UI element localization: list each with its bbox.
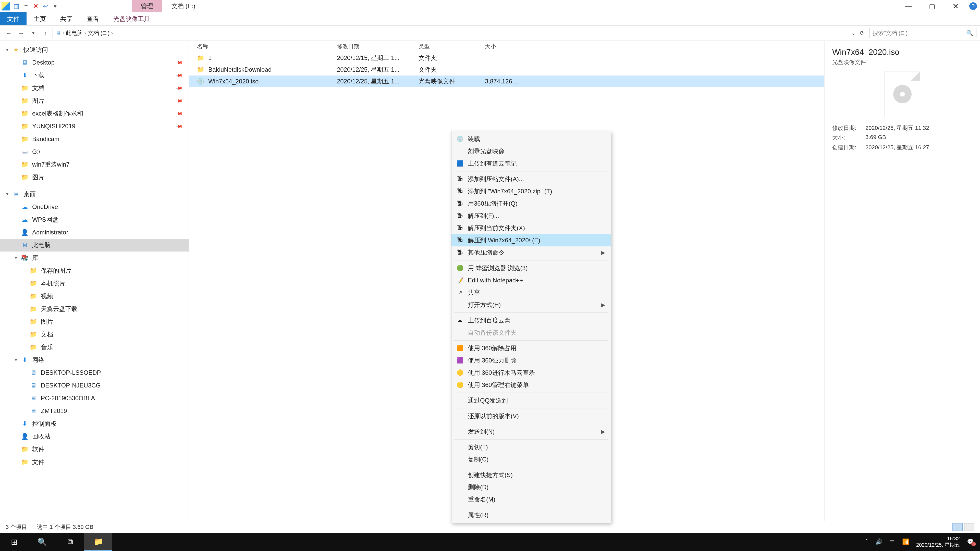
recent-locations-button[interactable]: ▾: [28, 28, 38, 38]
menu-item[interactable]: 删除(D): [452, 481, 611, 493]
network-icon[interactable]: 📶: [902, 538, 909, 545]
taskbar-clock[interactable]: 16:32 2020/12/25, 星期五: [916, 535, 960, 548]
tree-item[interactable]: 🖥DESKTOP-NJEU3CG: [0, 379, 189, 392]
tree-item[interactable]: 📁win7重装win7: [0, 158, 189, 171]
address-dropdown-icon[interactable]: ⌄: [851, 30, 856, 37]
tree-item[interactable]: ▾★快速访问: [0, 43, 189, 56]
tree-item[interactable]: 📁软件: [0, 443, 189, 456]
tree-item[interactable]: 📁音乐: [0, 341, 189, 354]
tree-item[interactable]: ⬇控制面板: [0, 417, 189, 430]
tree-item[interactable]: ▾⬇网络: [0, 354, 189, 366]
qat-equals-icon[interactable]: =: [22, 3, 30, 10]
menu-item[interactable]: 重命名(M): [452, 493, 611, 506]
menu-item[interactable]: 🟡使用 360进行木马云查杀: [452, 367, 611, 379]
qat-open-icon[interactable]: ▥: [13, 3, 20, 10]
menu-item[interactable]: 属性(R): [452, 509, 611, 521]
menu-item[interactable]: ☁上传到百度云盘: [452, 314, 611, 327]
qat-dropdown-icon[interactable]: ▾: [52, 3, 59, 10]
menu-item[interactable]: 通过QQ发送到: [452, 394, 611, 407]
ribbon-tab-file[interactable]: 文件: [0, 12, 27, 25]
navigation-pane[interactable]: ▾★快速访问🖥Desktop📌⬇下载📌📁文档📌📁图片📌📁excel表格制作求和📌…: [0, 41, 189, 521]
back-button[interactable]: ←: [3, 28, 14, 38]
menu-item[interactable]: 🗜解压到当前文件夹(X): [452, 222, 611, 234]
col-size[interactable]: 大小: [485, 43, 541, 50]
file-row[interactable]: 📁12020/12/15, 星期二 1...文件夹: [189, 52, 824, 64]
taskbar-explorer-button[interactable]: 📁: [84, 533, 112, 551]
menu-item[interactable]: 🗜添加到 "Win7x64_2020.zip" (T): [452, 185, 611, 197]
maximize-button[interactable]: ▢: [920, 0, 944, 12]
menu-item[interactable]: 🗜其他压缩命令▶: [452, 246, 611, 259]
col-name[interactable]: 名称: [189, 43, 337, 50]
menu-item[interactable]: 刻录光盘映像: [452, 145, 611, 157]
minimize-button[interactable]: —: [897, 0, 920, 12]
breadcrumb[interactable]: 文档 (E:): [88, 29, 110, 37]
tree-item[interactable]: 📁文档📌: [0, 82, 189, 94]
menu-item[interactable]: 打开方式(H)▶: [452, 299, 611, 311]
tree-item[interactable]: 📁保存的图片: [0, 264, 189, 277]
tree-item[interactable]: 📁天翼云盘下载: [0, 303, 189, 315]
menu-item[interactable]: 🗜解压到(F)...: [452, 210, 611, 222]
column-headers[interactable]: 名称 修改日期 类型 大小: [189, 41, 824, 52]
tree-item[interactable]: 🖥PC-20190530OBLA: [0, 392, 189, 405]
tree-item[interactable]: 🖥此电脑: [0, 239, 189, 251]
tree-item[interactable]: ⬇下载📌: [0, 69, 189, 82]
tree-item[interactable]: 👤Administrator: [0, 226, 189, 239]
menu-item[interactable]: 🗜解压到 Win7x64_2020\ (E): [452, 234, 611, 246]
forward-button[interactable]: →: [16, 28, 26, 38]
tree-item[interactable]: ▾📚库: [0, 251, 189, 264]
ribbon-tab-home[interactable]: 主页: [27, 12, 53, 25]
tree-item[interactable]: 🖥DESKTOP-LSSOEDP: [0, 366, 189, 379]
tree-item[interactable]: 🖥ZMT2019: [0, 405, 189, 417]
expand-icon[interactable]: ▾: [5, 191, 10, 197]
qat-undo-icon[interactable]: ↩: [42, 3, 49, 10]
tree-item[interactable]: 🖴G:\: [0, 145, 189, 158]
menu-item[interactable]: 🟦上传到有道云笔记: [452, 157, 611, 170]
menu-item[interactable]: ↗共享: [452, 286, 611, 299]
tree-item[interactable]: 📁图片📌: [0, 94, 189, 107]
menu-item[interactable]: 🗜添加到压缩文件(A)...: [452, 173, 611, 185]
ribbon-tab-share[interactable]: 共享: [53, 12, 80, 25]
taskbar-search-button[interactable]: 🔍: [28, 533, 56, 551]
qat-delete-icon[interactable]: ✕: [32, 3, 39, 10]
menu-item[interactable]: 🗜用360压缩打开(Q): [452, 197, 611, 210]
up-button[interactable]: ↑: [40, 28, 51, 38]
tree-item[interactable]: 📁图片: [0, 315, 189, 328]
tray-overflow-icon[interactable]: ˄: [865, 538, 868, 545]
menu-item[interactable]: 发送到(N)▶: [452, 426, 611, 438]
expand-icon[interactable]: ▾: [13, 357, 18, 363]
tree-item[interactable]: 📁excel表格制作求和📌: [0, 107, 189, 120]
refresh-button[interactable]: ⟳: [860, 30, 864, 37]
task-view-button[interactable]: ⧉: [56, 533, 84, 551]
menu-item[interactable]: 🟡使用 360管理右键菜单: [452, 379, 611, 391]
help-button[interactable]: ?: [969, 2, 977, 10]
file-row[interactable]: 📁BaiduNetdiskDownload2020/12/25, 星期五 1..…: [189, 64, 824, 76]
menu-item[interactable]: 💿装载: [452, 133, 611, 145]
tree-item[interactable]: 📁文件: [0, 456, 189, 468]
tree-item[interactable]: 📁本机照片: [0, 277, 189, 290]
col-date[interactable]: 修改日期: [337, 43, 418, 50]
menu-item[interactable]: 还原以前的版本(V): [452, 410, 611, 422]
expand-icon[interactable]: ▾: [5, 47, 10, 52]
address-bar[interactable]: 🖥 › 此电脑 › 文档 (E:) › ⌄ ⟳: [52, 28, 867, 38]
tree-item[interactable]: 📁YUNQISHI2019📌: [0, 120, 189, 133]
tree-item[interactable]: ▾🖥桌面: [0, 188, 189, 200]
menu-item[interactable]: 📝Edit with Notepad++: [452, 274, 611, 286]
tree-item[interactable]: 👤回收站: [0, 430, 189, 443]
menu-item[interactable]: 创建快捷方式(S): [452, 469, 611, 481]
tree-item[interactable]: 📁Bandicam: [0, 133, 189, 145]
search-box[interactable]: 搜索"文档 (E:)" 🔍: [869, 28, 977, 38]
close-button[interactable]: ✕: [944, 0, 967, 12]
menu-item[interactable]: 🟧使用 360解除占用: [452, 342, 611, 354]
ribbon-tab-view[interactable]: 查看: [80, 12, 106, 25]
tree-item[interactable]: 🖥Desktop📌: [0, 56, 189, 69]
thumbnails-view-button[interactable]: [964, 523, 974, 531]
tree-item[interactable]: 📁文档: [0, 328, 189, 341]
menu-item[interactable]: 复制(C): [452, 453, 611, 465]
details-view-button[interactable]: [953, 523, 963, 531]
menu-item[interactable]: 剪切(T): [452, 441, 611, 453]
start-button[interactable]: ⊞: [0, 533, 28, 551]
volume-icon[interactable]: 🔊: [875, 538, 882, 545]
breadcrumb[interactable]: 此电脑: [66, 29, 83, 37]
tree-item[interactable]: 📁视频: [0, 290, 189, 303]
expand-icon[interactable]: ▾: [13, 255, 18, 261]
